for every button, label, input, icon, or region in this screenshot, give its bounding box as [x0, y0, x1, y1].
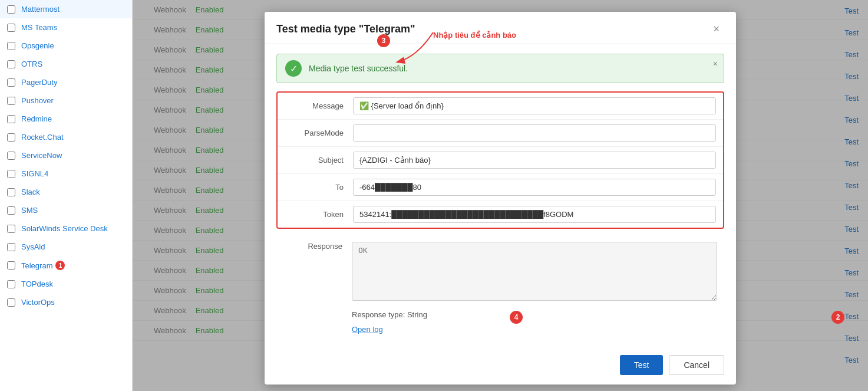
annotation-bubble-2: 2 — [831, 311, 844, 324]
sidebar-checkbox-telegram[interactable] — [7, 261, 15, 270]
sidebar-item-redmine[interactable]: Redmine — [0, 110, 132, 128]
banner-close-button[interactable]: × — [713, 59, 718, 68]
sidebar-item-servicenow[interactable]: ServiceNow — [0, 146, 132, 165]
parse-mode-label: ParseMode — [285, 129, 344, 137]
modal-footer: Test Cancel — [265, 349, 736, 385]
sidebar-checkbox-rocket-chat[interactable] — [7, 133, 15, 142]
to-label: To — [285, 183, 344, 192]
sidebar: MattermostMS TeamsOpsgenieOTRSPagerDutyP… — [0, 0, 133, 391]
token-label: Token — [285, 210, 344, 219]
response-row: Response — [276, 237, 724, 305]
sidebar-label-mattermost[interactable]: Mattermost — [21, 5, 60, 14]
sidebar-label-opsgenie[interactable]: Opsgenie — [21, 41, 54, 50]
sidebar-checkbox-otrs[interactable] — [7, 60, 15, 68]
sidebar-label-otrs[interactable]: OTRS — [21, 60, 42, 68]
sidebar-item-telegram[interactable]: Telegram1 — [0, 256, 132, 275]
sidebar-item-mattermost[interactable]: Mattermost — [0, 0, 132, 18]
sidebar-label-victorops[interactable]: VictorOps — [21, 298, 55, 307]
response-type-text: Response type: String — [276, 309, 724, 325]
subject-row: Subject — [278, 147, 723, 174]
sidebar-item-slack[interactable]: Slack — [0, 183, 132, 201]
sidebar-item-sms[interactable]: SMS — [0, 201, 132, 219]
sidebar-checkbox-ms-teams[interactable] — [7, 24, 15, 32]
sidebar-item-otrs[interactable]: OTRS — [0, 55, 132, 73]
bubble-3-label: 3 — [382, 37, 386, 45]
success-icon: ✓ — [285, 60, 302, 77]
main-content: WebhookEnabledWebhookEnabledWebhookEnabl… — [133, 0, 868, 391]
sidebar-checkbox-opsgenie[interactable] — [7, 42, 15, 50]
sidebar-label-telegram[interactable]: Telegram — [21, 261, 52, 270]
cancel-button[interactable]: Cancel — [669, 355, 724, 375]
sidebar-checkbox-signl4[interactable] — [7, 170, 15, 178]
sidebar-label-topdesk[interactable]: TOPdesk — [21, 280, 53, 288]
sidebar-label-slack[interactable]: Slack — [21, 188, 40, 196]
parse-mode-input[interactable] — [353, 124, 716, 142]
sidebar-label-servicenow[interactable]: ServiceNow — [21, 151, 62, 160]
response-textarea[interactable] — [352, 242, 717, 301]
sidebar-item-ms-teams[interactable]: MS Teams — [0, 18, 132, 37]
sidebar-label-solarwinds[interactable]: SolarWinds Service Desk — [21, 224, 108, 233]
sidebar-badge-telegram: 1 — [55, 261, 65, 270]
annotation-arrow — [386, 27, 504, 68]
sidebar-checkbox-sysaid[interactable] — [7, 243, 15, 251]
sidebar-checkbox-redmine[interactable] — [7, 115, 15, 123]
sidebar-checkbox-slack[interactable] — [7, 188, 15, 196]
sidebar-item-rocket-chat[interactable]: Rocket.Chat — [0, 128, 132, 146]
modal-close-button[interactable]: × — [708, 21, 724, 37]
sidebar-label-redmine[interactable]: Redmine — [21, 114, 52, 123]
subject-label: Subject — [285, 156, 344, 165]
token-row: Token — [278, 201, 723, 228]
sidebar-label-pushover[interactable]: Pushover — [21, 96, 54, 105]
sidebar-item-opsgenie[interactable]: Opsgenie — [0, 37, 132, 55]
to-input[interactable] — [353, 179, 716, 196]
sidebar-item-topdesk[interactable]: TOPdesk — [0, 275, 132, 293]
sidebar-item-solarwinds[interactable]: SolarWinds Service Desk — [0, 219, 132, 238]
annotation-bubble-4: 4 — [510, 311, 523, 324]
sidebar-checkbox-mattermost[interactable] — [7, 5, 15, 14]
sidebar-checkbox-victorops[interactable] — [7, 298, 15, 307]
sidebar-checkbox-servicenow[interactable] — [7, 152, 15, 160]
sidebar-checkbox-sms[interactable] — [7, 206, 15, 215]
sidebar-label-signl4[interactable]: SIGNL4 — [21, 169, 48, 178]
sidebar-label-sms[interactable]: SMS — [21, 206, 38, 215]
subject-input[interactable] — [353, 152, 716, 169]
sidebar-item-victorops[interactable]: VictorOps — [0, 293, 132, 311]
test-button[interactable]: Test — [620, 355, 664, 375]
open-log-link[interactable]: Open log — [276, 325, 724, 340]
sidebar-item-pushover[interactable]: Pushover — [0, 91, 132, 110]
page-wrapper: MattermostMS TeamsOpsgenieOTRSPagerDutyP… — [0, 0, 868, 391]
bubble-4-label: 4 — [514, 313, 519, 321]
sidebar-label-pagerduty[interactable]: PagerDuty — [21, 78, 57, 87]
sidebar-label-sysaid[interactable]: SysAid — [21, 242, 45, 251]
form-section: Message ParseMode Subject — [276, 91, 724, 229]
parse-mode-row: ParseMode — [278, 120, 723, 147]
sidebar-checkbox-solarwinds[interactable] — [7, 225, 15, 233]
response-label: Response — [283, 242, 342, 251]
modal-body: ✓ Media type test successful. × Message — [265, 44, 736, 349]
sidebar-item-signl4[interactable]: SIGNL4 — [0, 165, 132, 183]
message-label: Message — [285, 101, 344, 110]
sidebar-checkbox-pagerduty[interactable] — [7, 78, 15, 87]
token-input[interactable] — [353, 206, 716, 223]
sidebar-item-sysaid[interactable]: SysAid — [0, 238, 132, 256]
sidebar-label-rocket-chat[interactable]: Rocket.Chat — [21, 133, 64, 142]
bubble-2-label: 2 — [836, 313, 840, 321]
sidebar-checkbox-topdesk[interactable] — [7, 280, 15, 288]
message-input[interactable] — [353, 97, 716, 114]
message-row: Message — [278, 93, 723, 120]
sidebar-checkbox-pushover[interactable] — [7, 97, 15, 105]
sidebar-label-ms-teams[interactable]: MS Teams — [21, 23, 57, 32]
to-row: To — [278, 174, 723, 201]
sidebar-item-pagerduty[interactable]: PagerDuty — [0, 73, 132, 91]
